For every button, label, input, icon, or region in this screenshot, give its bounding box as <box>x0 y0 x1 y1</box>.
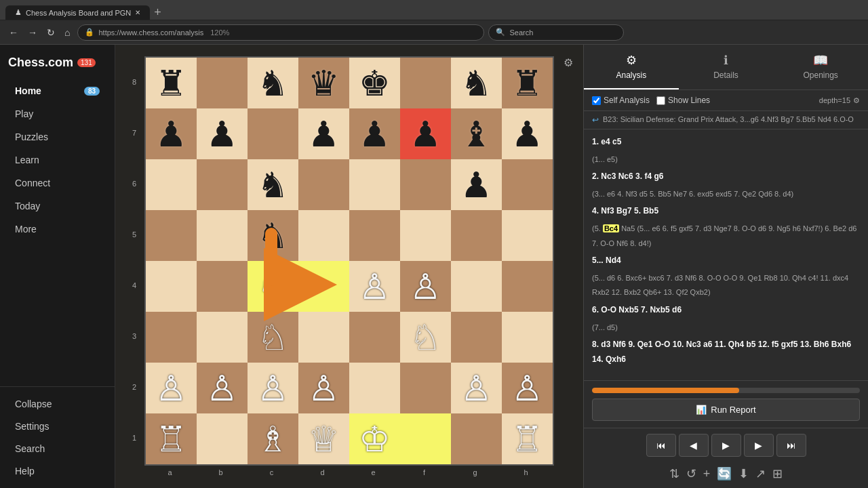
cell-g4[interactable] <box>451 261 502 312</box>
move-nd4[interactable]: Nd4 <box>606 256 621 265</box>
cell-e4[interactable]: ♙ <box>349 261 400 312</box>
cell-d4[interactable] <box>298 261 349 312</box>
move-var-bc4[interactable]: (5. Bc4 Na5 (5... e6 6. f5 gxf5 7. d3 Ng… <box>592 224 856 247</box>
last-move-button[interactable]: ⏭ <box>776 434 806 457</box>
cell-d8[interactable]: ♛ <box>298 58 349 108</box>
cell-f8[interactable] <box>400 58 451 108</box>
cell-a8[interactable]: ♜ <box>146 58 197 108</box>
move-9plus[interactable]: 9. Qe1 O-O 10. Nc3 a6 11. Qh4 b5 12. f5 … <box>592 340 851 364</box>
new-tab-button[interactable]: + <box>154 5 161 20</box>
cell-f7[interactable]: ♟ <box>400 108 451 159</box>
cell-f2[interactable] <box>400 363 451 413</box>
move-oonxb5[interactable]: O-O Nxb5 <box>601 305 638 314</box>
sidebar-item-today[interactable]: Today <box>4 195 111 217</box>
show-lines-checkbox[interactable] <box>656 96 665 105</box>
home-button[interactable]: ⌂ <box>61 26 73 39</box>
cell-g2[interactable]: ♙ <box>451 363 502 413</box>
move-var-d5[interactable]: (7... d5) <box>592 323 618 331</box>
flip-board-button[interactable]: ⇅ <box>669 466 679 481</box>
cell-e6[interactable] <box>349 159 400 210</box>
cell-e2[interactable] <box>349 363 400 413</box>
cell-a7[interactable]: ♟ <box>146 108 197 159</box>
cell-g8[interactable]: ♞ <box>451 58 502 108</box>
play-button[interactable]: ▶ <box>711 434 741 457</box>
tab-close-button[interactable]: ✕ <box>135 9 140 16</box>
cell-b5[interactable] <box>197 210 248 261</box>
sidebar-item-collapse[interactable]: Collapse <box>4 393 111 415</box>
cell-d6[interactable] <box>298 159 349 210</box>
cell-c6[interactable]: ♞ <box>248 159 298 210</box>
cell-e7[interactable]: ♟ <box>349 108 400 159</box>
board-settings-icon[interactable]: ⚙ <box>564 56 573 69</box>
address-bar[interactable]: 🔒 https://www.chess.com/analysis 120% <box>77 24 484 41</box>
cell-g3[interactable] <box>451 312 502 363</box>
forward-button[interactable]: → <box>24 26 41 39</box>
cell-e1[interactable]: ♔ <box>349 413 400 464</box>
tab-openings[interactable]: 📖 Openings <box>773 45 868 89</box>
back-button[interactable]: ← <box>5 26 22 39</box>
move-d3nf6[interactable]: d3 Nf6 <box>601 340 626 349</box>
cell-b8[interactable] <box>197 58 248 108</box>
cell-h1[interactable]: ♖ <box>502 413 553 464</box>
self-analysis-checkbox-label[interactable]: Self Analysis <box>592 96 650 105</box>
cell-f3[interactable]: ♘ <box>400 312 451 363</box>
share-button[interactable]: ↗ <box>755 466 766 481</box>
cell-c2[interactable]: ♙ <box>248 363 298 413</box>
cell-d2[interactable]: ♙ <box>298 363 349 413</box>
move-nc3nc6[interactable]: Nc3 Nc6 <box>601 171 633 181</box>
cell-f1[interactable] <box>400 413 451 464</box>
cell-a6[interactable] <box>146 159 197 210</box>
first-move-button[interactable]: ⏮ <box>646 434 676 457</box>
move-7nxb5d6[interactable]: 7. Nxb5 d6 <box>641 305 682 314</box>
sidebar-item-settings[interactable]: Settings <box>4 415 111 437</box>
tab-details[interactable]: ℹ Details <box>679 45 774 89</box>
cell-b3[interactable] <box>197 312 248 363</box>
cell-a3[interactable] <box>146 312 197 363</box>
cell-a5[interactable] <box>146 210 197 261</box>
cell-d5[interactable] <box>298 210 349 261</box>
cell-g5[interactable] <box>451 210 502 261</box>
tab-analysis[interactable]: ⚙ Analysis <box>584 45 679 89</box>
move-var-e5[interactable]: (1... e5) <box>592 155 618 163</box>
cell-c3[interactable]: ♘ <box>248 312 298 363</box>
sidebar-item-learn[interactable]: Learn <box>4 149 111 171</box>
cell-b7[interactable]: ♟ <box>197 108 248 159</box>
sync-button[interactable]: 🔄 <box>717 466 732 481</box>
cell-d1[interactable]: ♕ <box>298 413 349 464</box>
sidebar-item-play[interactable]: Play <box>4 103 111 125</box>
cell-h5[interactable] <box>502 210 553 261</box>
reset-button[interactable]: ↺ <box>686 466 696 481</box>
sidebar-item-more[interactable]: More <box>4 218 111 240</box>
sidebar-item-search[interactable]: Search <box>4 438 111 460</box>
move-3f4g6[interactable]: 3. f4 g6 <box>635 171 663 181</box>
cell-f6[interactable] <box>400 159 451 210</box>
download-button[interactable]: ⬇ <box>738 466 749 481</box>
cell-b6[interactable] <box>197 159 248 210</box>
prev-move-button[interactable]: ◀ <box>679 434 709 457</box>
cell-c4[interactable]: ♘ <box>248 261 298 312</box>
browser-search-bar[interactable]: 🔍 Search <box>488 24 624 41</box>
sidebar-item-help[interactable]: Help <box>4 460 111 482</box>
cell-c1[interactable]: ♗ <box>248 413 298 464</box>
cell-g7[interactable]: ♝ <box>451 108 502 159</box>
cell-h8[interactable]: ♜ <box>502 58 553 108</box>
cell-a2[interactable]: ♙ <box>146 363 197 413</box>
cell-g1[interactable] <box>451 413 502 464</box>
move-nf3bg7[interactable]: Nf3 Bg7 <box>601 206 631 216</box>
cell-h3[interactable] <box>502 312 553 363</box>
move-var-nd4[interactable]: (5... d6 6. Bxc6+ bxc6 7. d3 Nf6 8. O-O … <box>592 274 848 297</box>
cell-a4[interactable] <box>146 261 197 312</box>
cell-d3[interactable] <box>298 312 349 363</box>
cell-b2[interactable]: ♙ <box>197 363 248 413</box>
cell-f4[interactable]: ♙ <box>400 261 451 312</box>
sidebar-item-connect[interactable]: Connect <box>4 172 111 194</box>
cell-h6[interactable] <box>502 159 553 210</box>
cell-c8[interactable]: ♞ <box>248 58 298 108</box>
move-e4c5[interactable]: e4 c5 <box>601 137 621 146</box>
active-tab[interactable]: ♟ Chess Analysis Board and PGN ✕ <box>5 5 150 20</box>
sidebar-item-home[interactable]: Home 83 <box>4 80 111 102</box>
cell-h7[interactable]: ♟ <box>502 108 553 159</box>
cell-b1[interactable] <box>197 413 248 464</box>
cell-h4[interactable] <box>502 261 553 312</box>
depth-settings-icon[interactable]: ⚙ <box>853 96 860 105</box>
